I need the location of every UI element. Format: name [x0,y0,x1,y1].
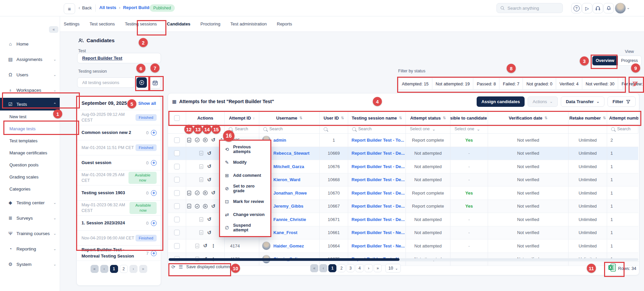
page-number-button[interactable]: 1 [328,264,336,272]
last-page-button[interactable]: » [374,264,382,272]
sidebar-item[interactable]: New test [0,111,60,123]
context-menu-item[interactable]: ⊘ Set to zero grade [220,182,270,195]
page-number-button[interactable]: 2 [120,265,128,273]
page-number-button[interactable]: 3 [346,264,355,272]
personal-report-icon[interactable] [199,164,204,169]
row-checkbox[interactable] [174,137,180,143]
personal-report-icon[interactable] [195,243,200,249]
username-link[interactable]: Mitchell_Garza [273,164,304,169]
reset-attempt-icon[interactable]: ↺ [207,164,212,169]
reset-attempt-icon[interactable]: ↺ [207,230,212,235]
grade-attempt-icon[interactable] [195,137,200,143]
page-size-select[interactable]: 10 ⌄ [385,264,401,273]
scrollbar-thumb[interactable] [169,258,399,261]
status-filter-chip[interactable]: Failed: 7 [499,78,523,89]
status-filter-chip[interactable]: Verified: 4 [556,78,582,89]
page-number-button[interactable]: 2 [337,264,345,272]
sidebar-item[interactable]: Manage tests [0,123,60,135]
tab[interactable]: Settings [64,21,79,26]
export-to-excel-button[interactable]: X [608,263,616,273]
grade-attempt-icon[interactable] [195,190,200,196]
assign-to-session-icon[interactable]: + [151,190,157,196]
assign-to-session-icon[interactable]: + [151,250,157,256]
personal-report-icon[interactable] [199,150,204,156]
assign-candidates-button[interactable]: Assign candidates [477,96,525,107]
status-filter-chip[interactable]: Passed: 8 [473,78,499,89]
username-search-input[interactable]: Search [259,125,320,133]
reset-attempt-icon[interactable]: ↺ [211,203,216,209]
sidebar-item[interactable]: ⚙ System ⌄ [0,257,60,272]
support-button[interactable] [593,3,603,13]
status-filter-chip[interactable]: Not attempted: 19 [432,78,474,89]
row-checkbox[interactable] [174,150,180,156]
reset-attempt-icon[interactable]: ↺ [207,217,212,222]
tab[interactable]: Test sections [90,21,115,26]
column-header-user-id[interactable]: User ID⇅ [320,112,348,124]
personal-report-icon[interactable] [199,177,204,183]
sidebar-item[interactable]: ▤ Assignments ⌄ [0,52,60,67]
context-menu-item[interactable]: ⇄ Change version [220,208,270,221]
filter-button[interactable]: Filter [607,96,636,107]
column-header-attempt-id[interactable]: Attempt ID↑ [225,112,259,124]
create-testing-session-button[interactable] [137,77,147,88]
selected-test-link[interactable]: Report Builder Test [82,56,122,61]
testing-session-select-field[interactable]: All testing sessions [77,77,135,88]
attempt-status-select[interactable]: Select one⌄ [406,125,450,133]
actions-dropdown-button[interactable]: Actions⌄ [528,96,558,107]
sidebar-item[interactable]: Categories [0,183,60,195]
tab[interactable]: Candidates [167,21,191,26]
personal-report-icon[interactable] [186,137,192,143]
select-all-checkbox[interactable] [174,115,180,121]
username-link[interactable]: Rebecca_Stewart [273,151,310,156]
context-menu-item[interactable]: ⊡ Mark for review [220,195,270,208]
grade-attempt-icon[interactable] [195,203,200,209]
sidebar-item[interactable]: ◔ Reporting ⌄ [0,241,60,257]
data-transfer-dropdown-button[interactable]: Data Transfer⌄ [561,96,604,107]
testing-session-link[interactable]: Report Builder Test - Ne... [352,230,405,235]
sidebar-item[interactable]: ≣ Surveys ⌄ [0,210,60,226]
session-name-row[interactable]: Common session new 2 0 + [77,125,161,140]
context-menu-item[interactable]: ∅ Suspend attempt [220,221,270,234]
last-page-button[interactable]: » [139,265,147,273]
personal-report-icon[interactable] [186,203,192,209]
reset-attempt-icon[interactable]: ↺ [203,243,208,249]
tab[interactable]: Reports [277,21,292,26]
context-menu-item[interactable]: ✎ Modify [220,156,270,169]
sidebar-item[interactable]: ☑ Tests ⌃ [0,98,60,111]
session-name-row[interactable]: Guest session 0 + [77,155,161,170]
back-button[interactable]: ‹ Back [78,5,92,10]
session-name-search-input[interactable]: Search [348,125,406,133]
first-page-button[interactable]: « [310,264,318,272]
row-checkbox[interactable] [174,217,180,222]
testing-session-link[interactable]: Report Builder Test - De... [352,151,405,156]
start-attempt-icon[interactable] [203,190,208,196]
sidebar-item[interactable]: Ψ Training courses ⌄ [0,226,60,241]
tab[interactable]: Testing sessions [125,21,157,26]
context-menu-item[interactable]: ⟲ Previous attempts [220,143,270,156]
testing-session-link[interactable]: Report Builder Test - De... [352,177,405,182]
assign-to-session-icon[interactable]: + [151,130,157,136]
username-link[interactable]: Kane_Frost [273,230,298,235]
prev-page-button[interactable]: ‹ [100,265,108,273]
testing-session-link[interactable]: Report Builder Test - To... [352,138,404,143]
attempt-number-search-input[interactable]: Search [607,125,638,133]
username-link[interactable]: Fannie_Christie [273,217,306,222]
column-header-username[interactable]: Username⇅ [259,112,320,124]
sidebar-item[interactable]: Question pools [0,159,60,171]
tab[interactable]: Proctoring [201,21,220,26]
testing-session-link[interactable]: Report Builder Test - De... [352,164,405,169]
next-page-button[interactable]: › [129,265,138,273]
sidebar-item[interactable]: Grading scales [0,171,60,183]
status-filter-chip[interactable]: Not graded: 0 [523,78,556,89]
row-checkbox[interactable] [174,230,180,235]
session-name-row[interactable]: Report Builder Test - Montreal Testing S… [77,246,161,261]
reset-attempt-icon[interactable]: ↺ [207,177,212,183]
column-header-visible-to-candidate[interactable]: Visible to candidate⇅ [450,112,488,124]
page-number-button[interactable]: 4 [356,264,364,272]
first-page-button[interactable]: « [91,265,99,273]
horizontal-scrollbar[interactable] [169,258,638,261]
sidebar-item[interactable]: Ω Users ⌄ [0,67,60,82]
reset-attempt-icon[interactable]: ↺ [211,190,216,196]
username-link[interactable]: admin [273,138,286,143]
tour-button[interactable]: ▷ [582,3,592,13]
